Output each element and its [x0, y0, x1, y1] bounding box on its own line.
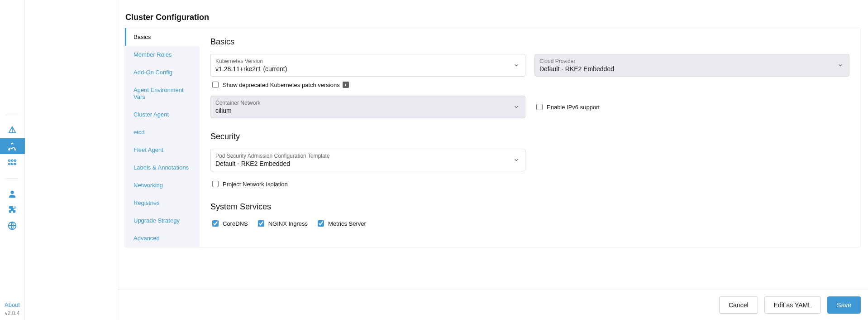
svg-point-8 — [10, 190, 14, 194]
tab-member-roles[interactable]: Member Roles — [125, 46, 200, 63]
version-label: v2.8.4 — [5, 310, 20, 316]
svg-point-6 — [11, 163, 13, 165]
ipv6-label: Enable IPv6 support — [547, 104, 600, 111]
tab-advanced[interactable]: Advanced — [125, 229, 200, 247]
tab-networking[interactable]: Networking — [125, 176, 200, 194]
nginx-checkbox[interactable]: NGINX Ingress — [256, 219, 308, 228]
icon-rail: About v2.8.4 — [0, 0, 25, 320]
svg-point-1 — [15, 149, 16, 150]
pni-label: Project Network Isolation — [223, 181, 288, 188]
panel-body: Basics Kubernetes Version v1.28.11+rke2r… — [200, 28, 860, 247]
main: Cluster Configuration Basics Member Role… — [117, 0, 868, 320]
k8s-version-label: Kubernetes Version — [215, 58, 509, 64]
chevron-down-icon — [513, 104, 520, 110]
svg-point-7 — [14, 163, 16, 165]
cloud-provider-label: Cloud Provider — [539, 58, 833, 64]
container-network-label: Container Network — [215, 100, 509, 106]
ipv6-checkbox[interactable]: Enable IPv6 support — [534, 102, 600, 112]
about-link[interactable]: About — [5, 301, 20, 308]
chevron-down-icon — [513, 62, 520, 68]
show-deprecated-input[interactable] — [212, 82, 219, 88]
k8s-version-value: v1.28.11+rke2r1 (current) — [215, 65, 287, 73]
tab-labels[interactable]: Labels & Annotations — [125, 159, 200, 176]
chevron-down-icon — [513, 157, 520, 163]
tab-registries[interactable]: Registries — [125, 194, 200, 212]
section-basics-title: Basics — [210, 37, 849, 47]
container-network-value: cilium — [215, 107, 232, 114]
section-security-title: Security — [210, 132, 849, 141]
rail-divider — [6, 115, 19, 115]
nav-compose-icon[interactable] — [0, 122, 25, 138]
show-deprecated-label: Show deprecated Kubernetes patch version… — [223, 82, 340, 88]
cancel-button[interactable]: Cancel — [719, 296, 758, 314]
info-icon[interactable]: i — [343, 82, 349, 88]
nav-globe-icon[interactable] — [0, 218, 25, 233]
svg-point-0 — [9, 149, 10, 150]
secondary-sidebar — [25, 0, 117, 320]
k8s-version-select[interactable]: Kubernetes Version v1.28.11+rke2r1 (curr… — [210, 54, 525, 77]
coredns-input[interactable] — [212, 220, 219, 227]
chevron-down-icon — [837, 62, 844, 68]
nav-puzzle-icon[interactable] — [0, 202, 25, 218]
psa-label: Pod Security Admission Configuration Tem… — [215, 153, 509, 159]
tab-upgrade[interactable]: Upgrade Strategy — [125, 212, 200, 229]
config-tabs: Basics Member Roles Add-On Config Agent … — [125, 28, 200, 247]
config-panel: Basics Member Roles Add-On Config Agent … — [124, 28, 861, 247]
content: Cluster Configuration Basics Member Role… — [117, 0, 868, 290]
pni-checkbox[interactable]: Project Network Isolation — [210, 179, 849, 189]
show-deprecated-checkbox[interactable]: Show deprecated Kubernetes patch version… — [210, 80, 525, 89]
svg-point-5 — [9, 163, 10, 165]
save-button[interactable]: Save — [827, 296, 861, 314]
tab-fleet-agent[interactable]: Fleet Agent — [125, 141, 200, 159]
svg-point-3 — [11, 160, 13, 161]
nginx-input[interactable] — [258, 220, 264, 227]
edit-yaml-button[interactable]: Edit as YAML — [764, 296, 821, 314]
metrics-label: Metrics Server — [328, 220, 366, 227]
tab-basics[interactable]: Basics — [125, 28, 200, 46]
tab-cluster-agent[interactable]: Cluster Agent — [125, 106, 200, 123]
nav-cluster-icon[interactable] — [0, 138, 25, 154]
nav-user-icon[interactable] — [0, 186, 25, 202]
coredns-checkbox[interactable]: CoreDNS — [210, 219, 248, 228]
container-network-select: Container Network cilium — [210, 96, 525, 118]
cloud-provider-value: Default - RKE2 Embedded — [539, 65, 614, 73]
rail-footer: About v2.8.4 — [0, 301, 24, 320]
ipv6-input[interactable] — [536, 104, 543, 110]
tab-agent-env[interactable]: Agent Environment Vars — [125, 81, 200, 106]
psa-value: Default - RKE2 Embedded — [215, 160, 290, 167]
svg-point-2 — [9, 160, 10, 161]
system-services-row: CoreDNS NGINX Ingress Metrics Server — [210, 219, 849, 228]
coredns-label: CoreDNS — [223, 220, 248, 227]
pni-input[interactable] — [212, 181, 219, 187]
footer-bar: Cancel Edit as YAML Save — [117, 290, 868, 320]
section-system-services-title: System Services — [210, 202, 849, 212]
metrics-input[interactable] — [318, 220, 324, 227]
nav-mesh-icon[interactable] — [0, 154, 25, 170]
tab-etcd[interactable]: etcd — [125, 123, 200, 141]
tab-addon-config[interactable]: Add-On Config — [125, 63, 200, 81]
nginx-label: NGINX Ingress — [268, 220, 308, 227]
rail-divider — [6, 178, 19, 179]
metrics-checkbox[interactable]: Metrics Server — [316, 219, 366, 228]
svg-point-4 — [14, 160, 16, 161]
page-title: Cluster Configuration — [125, 13, 861, 22]
cloud-provider-select: Cloud Provider Default - RKE2 Embedded — [534, 54, 849, 77]
psa-select[interactable]: Pod Security Admission Configuration Tem… — [210, 149, 525, 171]
